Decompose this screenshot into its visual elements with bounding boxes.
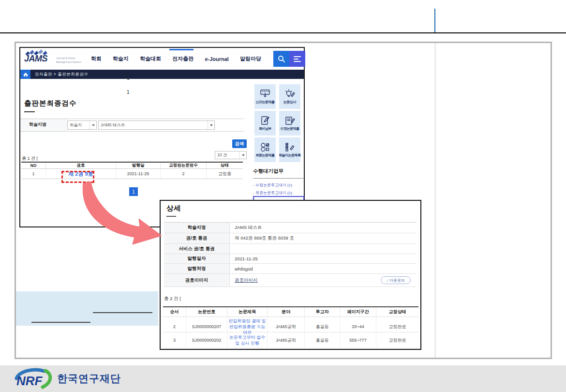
paper-feather-icon [260,116,270,125]
top-horizontal-rule [0,32,566,33]
checklist-pencil-icon [284,142,295,152]
quickmenu-final-submission[interactable]: 최종논문제출 [254,137,276,162]
col-header-proof-status: 교정상태 [376,307,418,317]
article-row: 3 SJ0000000202 논문투고부터 접수 및 심사 진행 JAMS공학 … [163,332,418,348]
detail-popup-title-underline [166,216,176,217]
nrf-logo: NRF [13,368,57,390]
keyboard-icon [260,89,270,99]
download-label: 다운로드 [389,278,405,283]
nav-item-conference[interactable]: 학술대회 [140,55,161,62]
quickmenu-new-submission[interactable]: 신규논문제출 [254,84,276,109]
col-header-count: 교정된논문편수 [160,163,206,168]
pending-tasks-title: 수행대기업무 [253,168,283,175]
result-count: 총 1 건 | [22,155,38,162]
nav-item-notice[interactable]: 알림마당 [240,55,261,62]
journal-name-select[interactable]: JAMS 테스트 [98,121,215,130]
col-header-issue: 권호 [45,163,116,168]
download-arrow-icon: ↓ [387,278,388,283]
pending-tasks-underline [253,178,304,179]
col-header-no: NO [21,163,45,168]
home-icon [23,72,28,77]
active-nav-indicator [169,49,194,50]
col-header-status: 상태 [206,163,243,168]
chevron-down-icon [239,151,246,159]
annotation-line-1 [93,312,152,313]
quickmenu-article-list[interactable]: 학술지논문목록 [279,137,300,162]
chevron-down-icon [89,121,96,129]
col-header-submitter: 투고자 [304,307,340,317]
main-nav: 학회 학술지 학술대회 전자출판 e-Journal 알림마당 [91,48,261,70]
journal-type-value: 학술지 [68,122,89,128]
issue-list-table: NO 권호 발행일 교정된논문편수 상태 1 제 2권 9호 2021-11-2… [21,162,243,179]
page-size-value: 10 건 [215,152,239,158]
svg-text:NRF: NRF [16,374,43,388]
nav-item-epublish-active[interactable]: 전자출판 [172,55,194,62]
article-table-header: 순서 논문번호 논문제목 분야 투고자 페이지구간 교정상태 [163,306,418,317]
col-header-pages: 페이지구간 [340,307,376,317]
footer-org-name: 한국연구재단 [57,372,121,385]
stray-text-2: 1 [127,90,130,95]
quickmenu-fee-payment[interactable]: 회비납부 [254,111,276,136]
detail-row-volume: 권/호 통권 제 042권 869호 통권 6039 호 [164,233,417,244]
page-root: JAMS Journal & Article Management System… [0,0,566,392]
col-header-date: 발행일 [116,163,160,168]
search-icon [278,55,285,63]
faces-check-icon [260,142,270,152]
jams-logo-subtitle: Journal & Article Management System [56,56,81,64]
jams-logo[interactable]: JAMS [24,54,47,64]
pending-task-final[interactable]: - 최종논문투고대기 (1) [253,190,292,196]
detail-popup: 상세 학술지명 JAMS 테스트 권/호 통권 제 042권 869호 통권 6… [160,200,421,350]
pending-task-revised[interactable]: - 수정논문투고대기 (1) [253,182,292,188]
cell-no: 1 [21,169,45,179]
page-title-underline [24,111,35,112]
home-button[interactable] [20,70,30,79]
table-header-row: NO 권호 발행일 교정된논문편수 상태 [21,162,243,169]
journal-type-select[interactable]: 학술지 [67,121,97,130]
col-header-field: 분야 [267,307,304,317]
nav-item-ejournal[interactable]: e-Journal [205,56,229,62]
quick-menu: 신규논문제출 논문심사 회비납부 [254,84,300,162]
article-row: 2 SJ0000000207 편집위원장 결재 및 편집위원총평 가능여부 JA… [163,317,418,332]
col-header-article-title: 논문제목 [227,307,267,317]
nav-item-journal[interactable]: 학술지 [113,55,129,62]
annotation-line-2 [31,322,90,323]
download-button[interactable]: ↓ 다운로드 [381,276,411,284]
search-button[interactable] [273,51,289,67]
detail-row-publisher: 발행처명 whtlsgod [164,264,417,274]
page-size-select[interactable]: 10 건 [215,151,247,159]
journal-name-value: JAMS 테스트 [99,122,208,128]
cell-date: 2021-11-25 [116,169,160,179]
nav-item-society[interactable]: 학회 [91,55,102,62]
detail-row-service-volume: 서비스 권/호 통권 [164,244,417,254]
jams-logo-subtitle-line1: Journal & Article [56,56,81,60]
detail-row-pubdate: 발행일자 2021-11-25 [164,254,417,264]
right-column-divider [435,43,435,358]
article-title-link[interactable]: 논문투고부터 접수 및 심사 진행 [227,332,267,348]
detail-table: 학술지명 JAMS 테스트 권/호 통권 제 042권 869호 통권 6039… [164,222,417,287]
breadcrumb: 전자출판 > 출판본최종검수 [35,72,88,77]
article-table: 순서 논문번호 논문제목 분야 투고자 페이지구간 교정상태 2 SJ00000… [163,306,418,348]
jams-logo-subtitle-line2: Management System [56,60,81,64]
detail-row-cover-image: 권호이미지 권호이미지 ↓ 다운로드 [164,274,417,287]
detail-row-journal: 학술지명 JAMS 테스트 [164,223,417,233]
article-count: 총 2 건 | [164,296,181,302]
col-header-order: 순서 [163,307,186,317]
chevron-down-icon [208,121,214,129]
cover-image-link[interactable]: 권호이미지 [235,277,258,284]
cell-count: 2 [160,169,206,179]
detail-popup-title: 상세 [166,204,181,213]
hamburger-icon [294,56,301,57]
table-row: 1 제 2권 9호 2021-11-25 2 교정중 [21,169,243,179]
notepad-pencil-icon [284,116,295,125]
bulb-pencil-icon [284,89,295,99]
pagination-page-1[interactable]: 1 [129,187,138,196]
search-submit-button[interactable]: 검색 [232,139,247,148]
cell-status: 교정중 [206,169,243,179]
col-header-article-no: 논문번호 [186,307,227,317]
annotation-highlight-box [16,291,158,326]
top-blue-divider [434,9,435,32]
quickmenu-review[interactable]: 논문심사 [279,84,300,109]
highlight-dashed-box [61,171,94,183]
quickmenu-revised-submission[interactable]: 수정논문제출 [279,111,300,136]
hamburger-menu-button[interactable] [289,51,305,67]
